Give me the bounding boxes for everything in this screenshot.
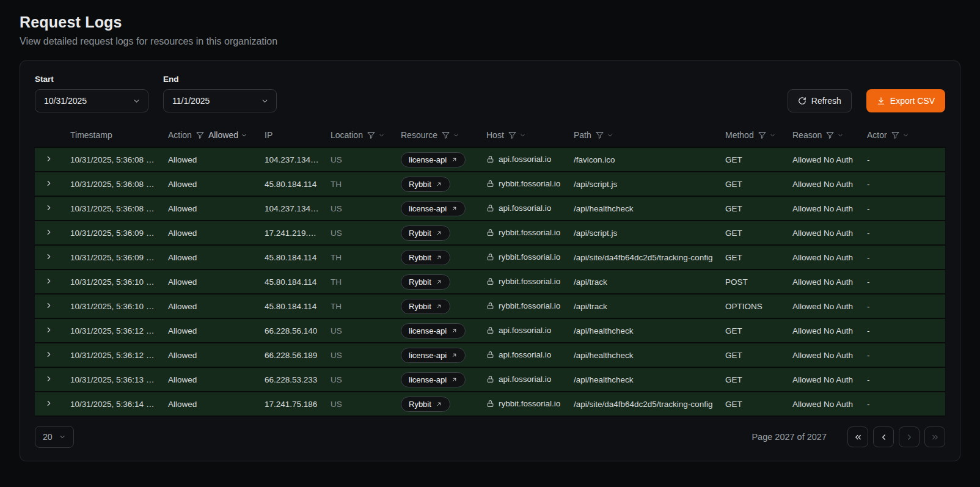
expand-row-icon[interactable] (45, 179, 53, 188)
page-size-value: 20 (43, 432, 53, 442)
refresh-icon (798, 97, 806, 105)
pagination-prev-button[interactable] (873, 427, 894, 447)
expand-row-icon[interactable] (45, 203, 53, 212)
column-header-location[interactable]: Location (326, 125, 396, 147)
location-cell: TH (326, 269, 396, 294)
host-name: api.fossorial.io (499, 155, 551, 164)
location-cell: US (326, 367, 396, 392)
reason-cell: Allowed No Auth (788, 318, 862, 343)
action-cell: Allowed (163, 221, 260, 245)
expand-row-icon[interactable] (45, 301, 53, 310)
export-csv-button[interactable]: Export CSV (866, 89, 945, 112)
action-cell: Allowed (163, 294, 260, 318)
resource-badge[interactable]: license-api (401, 201, 466, 216)
expand-row-icon[interactable] (45, 228, 53, 236)
expand-row-icon[interactable] (45, 277, 53, 285)
resource-badge[interactable]: Rybbit (401, 299, 450, 314)
table-row[interactable]: 10/31/2025, 5:36:10 PM Allowed 45.80.184… (35, 294, 945, 318)
ip-cell: 66.228.53.233 (260, 367, 326, 392)
column-header-path[interactable]: Path (569, 125, 720, 147)
table-row[interactable]: 10/31/2025, 5:36:08 PM Allowed 104.237.1… (35, 147, 945, 172)
chevron-down-icon[interactable] (519, 132, 526, 139)
table-row[interactable]: 10/31/2025, 5:36:14 PM Allowed 17.241.75… (35, 392, 945, 416)
reason-cell: Allowed No Auth (788, 367, 862, 392)
chevron-down-icon[interactable] (902, 132, 909, 139)
column-header-actor[interactable]: Actor (862, 125, 945, 147)
path-cell: /api/track (569, 269, 720, 294)
external-link-icon (451, 205, 458, 212)
method-cell: GET (720, 318, 788, 343)
table-row[interactable]: 10/31/2025, 5:36:09 PM Allowed 45.80.184… (35, 245, 945, 269)
resource-badge[interactable]: license-api (401, 323, 466, 339)
action-cell: Allowed (163, 343, 260, 367)
resource-badge[interactable]: Rybbit (401, 397, 450, 412)
resource-badge[interactable]: license-api (401, 152, 466, 167)
resource-badge[interactable]: license-api (401, 348, 466, 363)
expand-row-icon[interactable] (45, 350, 53, 359)
lock-icon (486, 375, 494, 383)
chevron-down-icon[interactable] (769, 132, 776, 139)
table-row[interactable]: 10/31/2025, 5:36:08 PM Allowed 45.80.184… (35, 172, 945, 196)
chevron-down-icon[interactable] (837, 132, 844, 139)
pagination-next-button[interactable] (899, 427, 920, 447)
filter-icon[interactable] (367, 131, 375, 139)
timestamp-cell: 10/31/2025, 5:36:12 PM (65, 318, 163, 343)
host-name: api.fossorial.io (499, 326, 551, 335)
host-cell: api.fossorial.io (481, 343, 569, 367)
pagination-first-button[interactable] (847, 427, 868, 447)
actor-cell: - (862, 269, 945, 294)
table-row[interactable]: 10/31/2025, 5:36:09 PM Allowed 17.241.21… (35, 221, 945, 245)
column-header-reason[interactable]: Reason (788, 125, 862, 147)
column-label: Timestamp (70, 130, 112, 140)
page-size-select[interactable]: 20 (35, 426, 74, 448)
table-footer: 20 Page 2027 of 2027 (35, 426, 945, 448)
table-row[interactable]: 10/31/2025, 5:36:13 PM Allowed 66.228.53… (35, 367, 945, 392)
expand-row-icon[interactable] (45, 326, 53, 334)
start-date-select[interactable]: 10/31/2025 (35, 89, 148, 112)
table-row[interactable]: 10/31/2025, 5:36:10 PM Allowed 45.80.184… (35, 269, 945, 294)
filter-icon[interactable] (442, 131, 450, 139)
table-row[interactable]: 10/31/2025, 5:36:08 PM Allowed 104.237.1… (35, 196, 945, 221)
column-header-action[interactable]: Action Allowed (163, 125, 260, 147)
filter-icon[interactable] (196, 131, 204, 139)
column-header-resource[interactable]: Resource (396, 125, 481, 147)
column-label: Method (725, 130, 754, 140)
expand-row-icon[interactable] (45, 375, 53, 383)
resource-cell: license-api (396, 343, 481, 367)
host-cell: rybbit.fossorial.io (481, 221, 569, 245)
pagination-last-button[interactable] (924, 427, 945, 447)
method-cell: GET (720, 392, 788, 416)
filter-icon[interactable] (826, 131, 834, 139)
filter-icon[interactable] (891, 131, 899, 139)
resource-badge[interactable]: Rybbit (401, 225, 450, 241)
action-cell: Allowed (163, 196, 260, 221)
chevron-down-icon[interactable] (607, 132, 613, 139)
column-header-method[interactable]: Method (720, 125, 788, 147)
resource-badge[interactable]: Rybbit (401, 250, 450, 265)
resource-badge[interactable]: Rybbit (401, 274, 450, 290)
pagination: Page 2027 of 2027 (751, 427, 945, 447)
table-row[interactable]: 10/31/2025, 5:36:12 PM Allowed 66.228.56… (35, 343, 945, 367)
reason-cell: Allowed No Auth (788, 343, 862, 367)
chevron-down-icon[interactable] (453, 132, 459, 139)
refresh-button[interactable]: Refresh (788, 89, 852, 112)
action-filter-value: Allowed (208, 130, 238, 140)
column-header-timestamp[interactable]: Timestamp (65, 125, 163, 147)
filter-icon[interactable] (508, 131, 516, 139)
resource-badge[interactable]: license-api (401, 372, 466, 387)
expand-row-icon[interactable] (45, 252, 53, 261)
expand-row-icon[interactable] (45, 155, 53, 163)
action-filter-select[interactable]: Allowed (208, 130, 247, 140)
column-header-host[interactable]: Host (481, 125, 569, 147)
column-label: IP (265, 130, 272, 140)
table-row[interactable]: 10/31/2025, 5:36:12 PM Allowed 66.228.56… (35, 318, 945, 343)
column-header-ip[interactable]: IP (260, 125, 326, 147)
expand-row-icon[interactable] (45, 399, 53, 408)
filter-icon[interactable] (596, 131, 604, 139)
resource-badge[interactable]: Rybbit (401, 177, 450, 192)
column-label: Action (168, 130, 192, 140)
chevron-down-icon[interactable] (378, 132, 385, 139)
lock-icon (486, 253, 494, 261)
filter-icon[interactable] (758, 131, 766, 139)
end-date-select[interactable]: 11/1/2025 (163, 89, 277, 112)
